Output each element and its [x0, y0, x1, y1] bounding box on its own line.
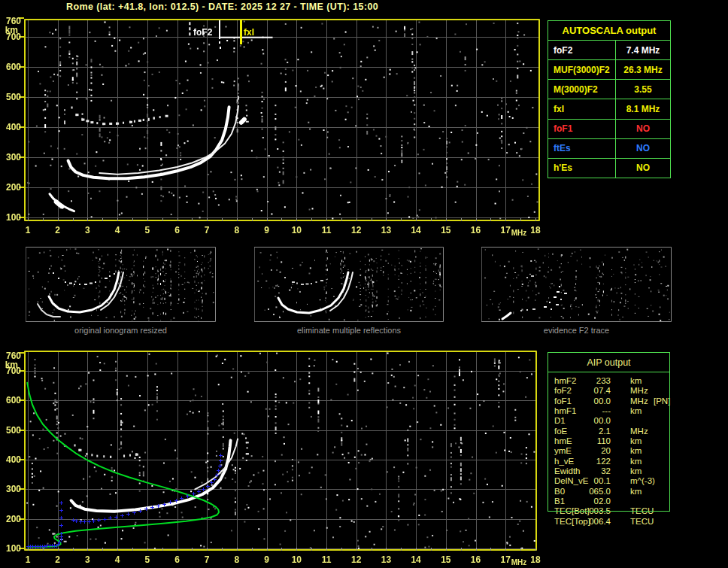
- cell-value: 2.1: [548, 427, 611, 436]
- bottom-ionogram-plot: [0, 345, 544, 568]
- cell-unit: km: [630, 406, 642, 416]
- cell-value: 00.0: [548, 416, 611, 426]
- cell-label: MUF(3000)F2: [548, 60, 616, 79]
- table-row: fxI8.1 MHz: [548, 99, 670, 118]
- cell-label: M(3000)F2: [548, 80, 616, 99]
- cell-value: NO: [616, 120, 670, 138]
- autoscala-screen: Rome (lat: +41.8, lon: 012.5) - DATE: 20…: [0, 0, 728, 568]
- table-row: h'EsNO: [548, 158, 670, 178]
- cell-value: 20: [548, 446, 611, 456]
- cell-unit: km: [630, 466, 642, 476]
- cell-label: ftEs: [548, 139, 616, 158]
- table-row: D100.0: [548, 416, 670, 426]
- cell-value: 7.4 MHz: [616, 41, 670, 59]
- table-row: foF207.4MHz: [548, 386, 670, 396]
- table-row: B0065.0km: [548, 487, 670, 497]
- cell-value: 8.1 MHz: [616, 99, 670, 118]
- table-row: TEC[Top]006.4TECU: [548, 517, 670, 527]
- table-row: TEC[Bot]003.5TECU: [548, 506, 670, 516]
- thumbnail-original-ionogram: [26, 247, 216, 322]
- table-row: ymE20km: [548, 446, 670, 456]
- table-row: foF100.0MHz[PN]: [548, 396, 670, 406]
- cell-value: 110: [548, 436, 611, 446]
- cell-unit: km: [630, 436, 642, 446]
- table-row: ftEsNO: [548, 138, 670, 158]
- autoscala-output-table: AUTOSCALA output foF27.4 MHzMUF(3000)F22…: [548, 20, 671, 178]
- cell-value: 3.55: [616, 80, 670, 99]
- table-row: foE2.1MHz: [548, 427, 670, 436]
- cell-value: 26.3 MHz: [616, 60, 670, 79]
- table-row: hmF2233km: [548, 376, 670, 386]
- cell-unit: km: [630, 446, 642, 456]
- cell-unit: m^(-3): [630, 476, 655, 486]
- cell-value: 003.5: [548, 506, 611, 516]
- aip-output-rows: hmF2233kmfoF207.4MHzfoF100.0MHz[PN]hmF1-…: [548, 376, 670, 527]
- thumbnail-eliminate-reflections: [254, 247, 444, 322]
- thumbnail-evidence-f2: [481, 247, 672, 322]
- cell-value: 00.1: [548, 476, 611, 486]
- autoscala-table-title: AUTOSCALA output: [548, 21, 670, 40]
- cell-unit: MHz: [630, 396, 648, 406]
- cell-unit: TECU: [630, 517, 654, 527]
- cell-value: 07.4: [548, 386, 611, 396]
- table-row: h_vE122km: [548, 457, 670, 466]
- cell-value: ---: [548, 406, 611, 416]
- table-row: Ewidth32km: [548, 466, 670, 476]
- cell-unit: MHz: [630, 427, 648, 436]
- fxI-marker-label: fxI: [244, 27, 254, 38]
- cell-value: 02.0: [548, 497, 611, 506]
- cell-label: foF1: [548, 120, 616, 138]
- cell-unit: km: [630, 376, 642, 386]
- cell-unit: km: [630, 457, 642, 466]
- table-row: foF1NO: [548, 119, 670, 138]
- cell-label: foF2: [548, 41, 616, 59]
- table-row: B102.0: [548, 497, 670, 506]
- station-date-title: Rome (lat: +41.8, lon: 012.5) - DATE: 20…: [66, 2, 378, 12]
- thumbnail-caption-original: original ionogram resized: [26, 326, 216, 335]
- cell-value: 233: [548, 376, 611, 386]
- cell-value: 065.0: [548, 487, 611, 497]
- cell-note: [PN]: [654, 396, 670, 406]
- cell-value: 122: [548, 457, 611, 466]
- cell-unit: TECU: [630, 506, 654, 516]
- aip-table-title: AIP output: [548, 357, 669, 372]
- cell-value: 006.4: [548, 517, 611, 527]
- cell-label: h'Es: [548, 159, 616, 178]
- cell-label: fxI: [548, 99, 616, 118]
- table-row: M(3000)F23.55: [548, 79, 670, 99]
- table-row: hmE110km: [548, 436, 670, 446]
- cell-value: NO: [616, 139, 670, 158]
- cell-unit: km: [630, 487, 642, 497]
- top-ionogram-plot: [0, 14, 544, 238]
- cell-value: 32: [548, 466, 611, 476]
- table-row: hmF1---km: [548, 406, 670, 416]
- thumbnail-caption-reflections: eliminate multiple reflections: [254, 326, 444, 335]
- table-row: foF27.4 MHz: [548, 40, 670, 59]
- foF2-marker-label: foF2: [193, 27, 212, 38]
- table-row: MUF(3000)F226.3 MHz: [548, 59, 670, 79]
- cell-unit: MHz: [630, 386, 648, 396]
- table-row: DelN_vE00.1m^(-3): [548, 476, 670, 486]
- thumbnail-caption-evidence: evidence F2 trace: [481, 326, 672, 335]
- cell-value: 00.0: [548, 396, 611, 406]
- cell-value: NO: [616, 159, 670, 178]
